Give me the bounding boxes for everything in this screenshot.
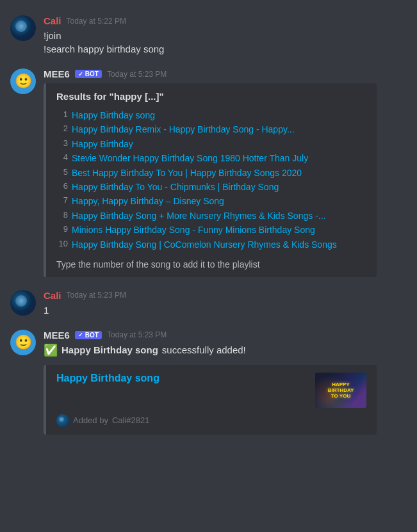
avatar [10, 290, 36, 316]
song-title: Happy Birthday song [56, 373, 307, 384]
result-num: 6 [56, 180, 68, 194]
added-by-user: Cali#2821 [112, 415, 150, 425]
check-icon: ✅ [44, 343, 58, 357]
success-embed: Happy Birthday song HAPPYBIRTHDAYTO YOU … [44, 365, 377, 435]
result-link: Happy Birthday Song | CoComelon Nursery … [72, 238, 337, 252]
result-num: 9 [56, 223, 68, 237]
list-item: 3 Happy Birthday [56, 137, 366, 151]
list-item: 7 Happy, Happy Birthday – Disney Song [56, 194, 366, 208]
success-message: ✅ Happy Birthday song successfully added… [44, 343, 407, 357]
message-content: Cali Today at 5:22 PM !join !search happ… [44, 15, 407, 56]
result-num: 5 [56, 166, 68, 180]
username-mee6: MEE6 [44, 69, 70, 79]
bot-badge-2: BOT [75, 331, 102, 339]
list-item: 4 Stevie Wonder Happy Birthday Song 1980… [56, 151, 366, 165]
message-group-3: Cali Today at 5:23 PM 1 [0, 285, 417, 322]
success-text: successfully added! [162, 344, 246, 355]
result-num: 8 [56, 209, 68, 223]
avatar-mee6-2: 🙂 [10, 330, 36, 355]
added-by-text: Added by [73, 415, 108, 425]
username: Cali [44, 15, 61, 26]
result-link: Happy Birthday To You - Chipmunks | Birt… [72, 180, 279, 194]
result-num: 2 [56, 122, 68, 136]
result-num: 10 [56, 238, 68, 252]
mini-avatar [56, 414, 69, 427]
result-num: 3 [56, 137, 68, 151]
username-mee6-2: MEE6 [44, 330, 70, 341]
list-item: 9 Minions Happy Birthday Song - Funny Mi… [56, 223, 366, 237]
song-name-bold: Happy Birthday song [61, 344, 158, 355]
list-item: 6 Happy Birthday To You - Chipmunks | Bi… [56, 180, 366, 194]
result-link: Minions Happy Birthday Song - Funny Mini… [72, 223, 315, 237]
message-header-3: Cali Today at 5:23 PM [44, 290, 407, 301]
list-item: 10 Happy Birthday Song | CoComelon Nurse… [56, 238, 366, 252]
result-link: Stevie Wonder Happy Birthday Song 1980 H… [72, 151, 308, 165]
embed-footer: Type the number of the song to add it to… [56, 259, 366, 270]
song-preview: Happy Birthday song HAPPYBIRTHDAYTO YOU [56, 373, 366, 408]
message-header: Cali Today at 5:22 PM [44, 15, 407, 26]
list-item: 1 Happy Birthday song [56, 108, 366, 122]
search-results-embed: Results for "happy [...]" 1 Happy Birthd… [44, 83, 377, 277]
result-link: Happy Birthday Song + More Nursery Rhyme… [72, 209, 325, 223]
timestamp-mee6: Today at 5:23 PM [107, 70, 167, 79]
message-text: !join [44, 29, 407, 42]
message-group-2: 🙂 MEE6 BOT Today at 5:23 PM Results for … [0, 63, 417, 282]
timestamp: Today at 5:23 PM [67, 291, 126, 300]
message-group-4: 🙂 MEE6 BOT Today at 5:23 PM ✅ Happy Birt… [0, 325, 417, 440]
message-content-3: Cali Today at 5:23 PM 1 [44, 290, 407, 317]
result-num: 7 [56, 194, 68, 208]
result-num: 1 [56, 108, 68, 122]
added-by: Added by Cali#2821 [56, 414, 366, 427]
message-text: 1 [44, 303, 407, 317]
mee6-emoji-2: 🙂 [15, 335, 32, 350]
result-link: Happy Birthday song [72, 108, 155, 122]
embed-title: Results for "happy [...]" [56, 91, 366, 102]
thumbnail-text: HAPPYBIRTHDAYTO YOU [328, 382, 354, 399]
result-link: Happy Birthday [72, 137, 133, 151]
list-item: 5 Best Happy Birthday To You | Happy Bir… [56, 166, 366, 180]
avatar-mee6: 🙂 [10, 69, 36, 94]
timestamp-mee6-2: Today at 5:23 PM [107, 330, 167, 339]
message-text-2: !search happy birthday song [44, 42, 407, 56]
result-link: Best Happy Birthday To You | Happy Birth… [72, 166, 302, 180]
result-link: Happy, Happy Birthday – Disney Song [72, 194, 224, 208]
message-group-1: Cali Today at 5:22 PM !join !search happ… [0, 10, 417, 61]
message-header-mee6: MEE6 BOT Today at 5:23 PM [44, 69, 407, 79]
list-item: 2 Happy Birthday Remix - Happy Birthday … [56, 122, 366, 136]
mee6-emoji: 🙂 [15, 74, 32, 88]
message-content-mee6-2: MEE6 BOT Today at 5:23 PM ✅ Happy Birthd… [44, 330, 407, 435]
username: Cali [44, 290, 61, 301]
thumbnail: HAPPYBIRTHDAYTO YOU [315, 373, 366, 408]
result-link: Happy Birthday Remix - Happy Birthday So… [72, 122, 295, 136]
avatar [10, 15, 36, 41]
message-header-mee6-2: MEE6 BOT Today at 5:23 PM [44, 330, 407, 341]
bot-badge: BOT [75, 70, 102, 78]
result-num: 4 [56, 151, 68, 165]
search-results-list: 1 Happy Birthday song 2 Happy Birthday R… [56, 108, 366, 252]
timestamp: Today at 5:22 PM [67, 17, 126, 26]
message-content-mee6: MEE6 BOT Today at 5:23 PM Results for "h… [44, 69, 407, 277]
list-item: 8 Happy Birthday Song + More Nursery Rhy… [56, 209, 366, 223]
